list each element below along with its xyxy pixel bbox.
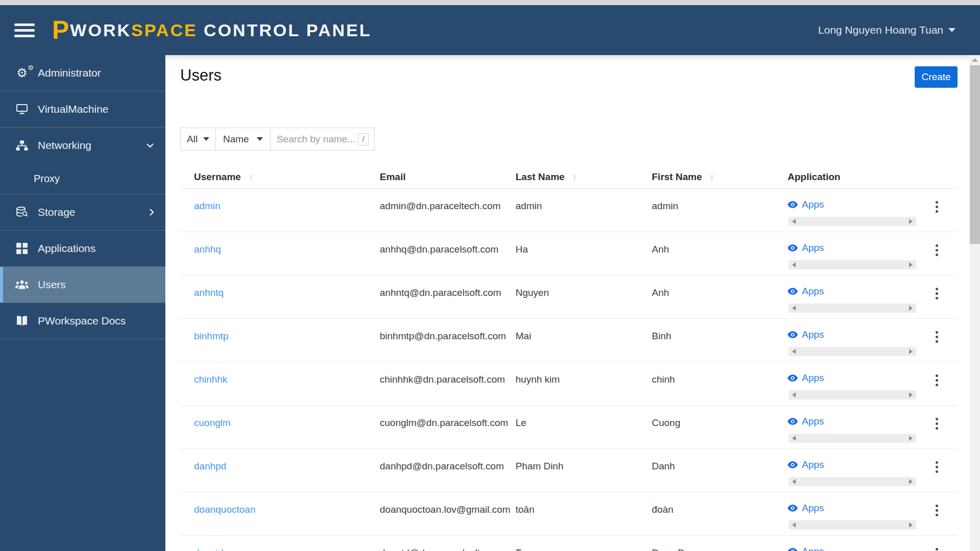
username-link[interactable]: anhntq [194, 287, 224, 298]
username-link[interactable]: binhmtp [194, 331, 229, 341]
scroll-left-arrow-icon[interactable] [792, 306, 796, 311]
row-actions-kebab-icon[interactable] [935, 200, 939, 214]
apps-horizontal-scrollbar[interactable] [789, 434, 916, 443]
apps-horizontal-scrollbar[interactable] [789, 347, 916, 356]
scroll-right-arrow-icon[interactable] [909, 306, 913, 311]
app-header: PWORKSPACE CONTROL PANEL Long Nguyen Hoa… [0, 5, 980, 55]
table-row: danhpd danhpd@dn.paracelsoft.com Pham Di… [180, 449, 958, 492]
search-shortcut-key: / [358, 133, 369, 145]
apps-horizontal-scrollbar[interactable] [789, 520, 916, 530]
scroll-right-arrow-icon[interactable] [909, 436, 913, 441]
sort-icon[interactable] [572, 171, 577, 183]
scroll-left-arrow-icon[interactable] [792, 349, 796, 354]
eye-icon [788, 331, 798, 338]
username-link[interactable]: chinhhk [194, 374, 228, 385]
apps-horizontal-scrollbar[interactable] [789, 217, 916, 226]
field-filter-dropdown[interactable]: Name [215, 128, 271, 151]
table-row: anhntq anhntq@dn.paracelsoft.com Nguyen … [180, 276, 958, 319]
chevron-down-icon [146, 143, 154, 148]
row-actions-kebab-icon[interactable] [935, 243, 939, 257]
cell-first-name: Anh [652, 276, 788, 298]
apps-link[interactable]: Apps [788, 286, 824, 297]
row-actions-kebab-icon[interactable] [935, 547, 939, 551]
cell-first-name: Binh [652, 319, 788, 342]
scroll-left-arrow-icon[interactable] [792, 392, 796, 397]
sidebar-item-users[interactable]: Users [0, 267, 165, 303]
search-input[interactable] [277, 134, 355, 145]
user-menu[interactable]: Long Nguyen Hoang Tuan [818, 5, 955, 55]
scroll-right-arrow-icon[interactable] [909, 479, 913, 484]
apps-link[interactable]: Apps [788, 546, 824, 551]
scroll-right-arrow-icon[interactable] [909, 219, 913, 224]
table-row: dongtd dongtd@dn.paracelsoft.com Truong … [180, 536, 958, 551]
cell-username: chinhhk [194, 362, 380, 385]
apps-link[interactable]: Apps [788, 416, 824, 427]
page-title: Users [180, 66, 222, 85]
caret-down-icon [948, 28, 955, 32]
scroll-up-arrow-icon[interactable] [972, 58, 978, 62]
eye-icon [788, 201, 798, 208]
scroll-left-arrow-icon[interactable] [792, 436, 796, 441]
column-header-first-name[interactable]: First Name [652, 171, 788, 183]
username-link[interactable]: admin [194, 201, 220, 211]
username-link[interactable]: dongtd [194, 547, 224, 551]
row-actions-kebab-icon[interactable] [935, 373, 939, 387]
cell-application: Apps [788, 276, 958, 318]
apps-link[interactable]: Apps [788, 503, 824, 514]
scroll-right-arrow-icon[interactable] [909, 522, 913, 528]
sidebar-item-storage[interactable]: Storage [0, 194, 165, 230]
apps-horizontal-scrollbar[interactable] [789, 477, 916, 486]
cell-last-name: Le [516, 406, 652, 429]
search-box[interactable]: / [270, 128, 375, 151]
username-link[interactable]: doanquoctoan [194, 504, 255, 515]
cell-username: cuonglm [194, 406, 380, 429]
scroll-left-arrow-icon[interactable] [792, 479, 796, 484]
apps-link[interactable]: Apps [788, 199, 824, 210]
create-button[interactable]: Create [915, 66, 958, 88]
scroll-left-arrow-icon[interactable] [792, 522, 796, 528]
hamburger-menu-icon[interactable] [14, 20, 35, 40]
sidebar-item-applications[interactable]: Applications [0, 231, 165, 266]
column-header-username[interactable]: Username [194, 171, 380, 183]
apps-link[interactable]: Apps [788, 329, 824, 340]
cell-username: anhntq [194, 276, 380, 298]
row-actions-kebab-icon[interactable] [935, 287, 939, 300]
sidebar-item-pworkspace-docs[interactable]: PWorkspace Docs [0, 303, 165, 339]
apps-link[interactable]: Apps [788, 242, 824, 254]
username-link[interactable]: anhhq [194, 244, 221, 255]
apps-horizontal-scrollbar[interactable] [789, 260, 916, 269]
scrollbar-thumb[interactable] [970, 65, 980, 244]
username-link[interactable]: cuonglm [194, 417, 231, 428]
sidebar-item-virtualmachine[interactable]: VirtualMachine [0, 91, 165, 127]
vertical-scrollbar[interactable] [970, 55, 980, 551]
scroll-right-arrow-icon[interactable] [909, 392, 913, 397]
sidebar-subitem-proxy[interactable]: Proxy [0, 163, 165, 194]
caret-down-icon [203, 137, 209, 141]
row-actions-kebab-icon[interactable] [935, 417, 939, 431]
column-header-last-name[interactable]: Last Name [516, 171, 652, 183]
scope-filter-dropdown[interactable]: All [180, 128, 216, 151]
cell-first-name: đoàn [652, 492, 788, 515]
sort-icon[interactable] [709, 171, 714, 183]
scroll-right-arrow-icon[interactable] [909, 262, 913, 267]
username-link[interactable]: danhpd [194, 461, 226, 471]
sidebar-item-administrator[interactable]: ⚙⚙ Administrator [0, 55, 165, 91]
cell-email: chinhhk@dn.paracelsoft.com [380, 362, 516, 385]
scroll-left-arrow-icon[interactable] [792, 219, 796, 224]
row-actions-kebab-icon[interactable] [935, 460, 939, 474]
apps-link[interactable]: Apps [788, 459, 824, 470]
row-actions-kebab-icon[interactable] [935, 504, 939, 517]
sort-icon[interactable] [249, 171, 253, 183]
users-icon [14, 280, 30, 290]
apps-horizontal-scrollbar[interactable] [789, 390, 916, 399]
field-filter-value: Name [223, 134, 249, 145]
apps-horizontal-scrollbar[interactable] [789, 304, 916, 313]
sidebar-item-networking[interactable]: Networking [0, 128, 165, 163]
logo-control-panel: CONTROL PANEL [204, 20, 372, 40]
apps-link[interactable]: Apps [788, 372, 824, 384]
cell-application: Apps [788, 189, 958, 232]
row-actions-kebab-icon[interactable] [935, 330, 939, 344]
scroll-left-arrow-icon[interactable] [792, 262, 796, 267]
chevron-right-icon [149, 208, 154, 216]
scroll-right-arrow-icon[interactable] [909, 349, 913, 354]
